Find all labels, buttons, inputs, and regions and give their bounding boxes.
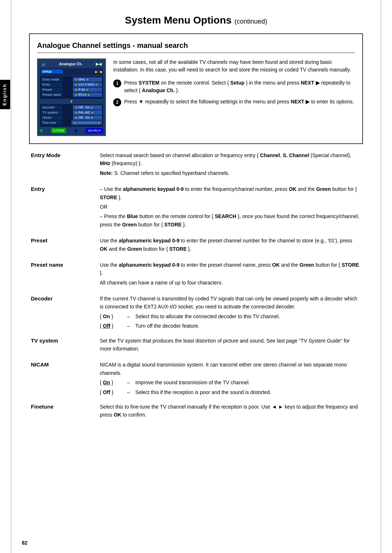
entry-label-preset-name: Preset name	[31, 261, 100, 268]
entry-desc-tv-system: Set the TV system that produces the leas…	[100, 337, 361, 355]
entry-label-tv-system: TV system	[31, 337, 100, 344]
entry-label-entry: Entry	[31, 185, 100, 192]
entry-row-tv-system: TV system Set the TV system that produce…	[31, 337, 361, 355]
entry-row-nicam: NICAM NICAM is a digital sound transmiss…	[31, 361, 361, 396]
entry-row-decoder: Decoder If the current TV channel is tra…	[31, 295, 361, 330]
content-area: Entry Mode Select manual search based on…	[29, 151, 363, 421]
section-box: Analogue Channel settings - manual searc…	[29, 33, 363, 144]
entry-desc-preset-name: Use the alphanumeric keypad 0-9 to enter…	[100, 261, 361, 288]
entry-row-entry: Entry – Use the alphanumeric keypad 0-9 …	[31, 185, 361, 230]
entry-row-preset: Preset Use the alphanumeric keypad 0-9 t…	[31, 237, 361, 254]
entry-label-preset: Preset	[31, 237, 100, 243]
entry-desc-nicam: NICAM is a digital sound transmission sy…	[100, 361, 361, 396]
steps-section: 1 Press SYSTEM on the remote control. Se…	[113, 79, 355, 106]
entry-desc-decoder: If the current TV channel is transmitted…	[100, 295, 361, 330]
entry-desc-entry: – Use the alphanumeric keypad 0-9 to ent…	[100, 185, 361, 230]
step-number-2: 2	[113, 98, 121, 106]
entry-label-nicam: NICAM	[31, 361, 100, 368]
page-border-right	[381, 0, 381, 553]
tv-screenshot: 📺 Analogue Ch. ▶◀ Setup ▶ ◀ Entry mode ◄…	[37, 58, 106, 136]
entry-label-finetune: Finetune	[31, 403, 100, 410]
page-border-left	[11, 0, 11, 553]
entry-row-entry-mode: Entry Mode Select manual search based on…	[31, 151, 361, 179]
entry-desc-preset: Use the alphanumeric keypad 0-9 to enter…	[100, 237, 361, 254]
intro-text: In some cases, not all of the available …	[113, 58, 355, 74]
step-1: 1 Press SYSTEM on the remote control. Se…	[113, 79, 355, 94]
section-title: Analogue Channel settings - manual searc…	[37, 41, 355, 53]
page-number: 82	[22, 540, 28, 546]
entry-row-preset-name: Preset name Use the alphanumeric keypad …	[31, 261, 361, 288]
step-2-text: Press ▼ repeatedly to select the followi…	[124, 98, 354, 106]
page-title: System Menu Options (continued)	[29, 15, 363, 26]
language-tab: English	[0, 80, 10, 109]
entry-label-entry-mode: Entry Mode	[31, 151, 100, 158]
step-2: 2 Press ▼ repeatedly to select the follo…	[113, 98, 355, 106]
step-1-text: Press SYSTEM on the remote control. Sele…	[124, 79, 355, 94]
entry-desc-entry-mode: Select manual search based on channel al…	[100, 151, 361, 179]
entry-row-finetune: Finetune Select this to fine-tune the TV…	[31, 403, 361, 421]
entry-label-decoder: Decoder	[31, 295, 100, 302]
entry-desc-finetune: Select this to fine-tune the TV channel …	[100, 403, 361, 421]
step-number-1: 1	[113, 79, 121, 87]
